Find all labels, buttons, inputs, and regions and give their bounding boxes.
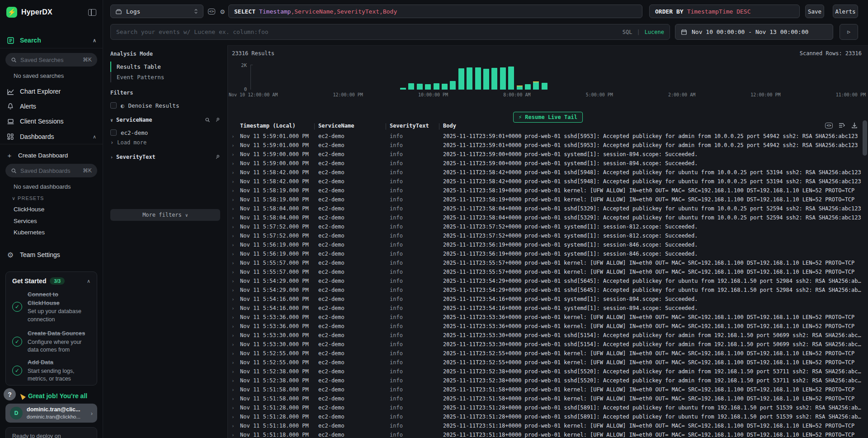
histogram-bar[interactable] bbox=[417, 84, 423, 90]
histogram-bar[interactable] bbox=[467, 67, 472, 90]
log-row[interactable]: ›Nov 11 5:58:04.000 PMec2-demoinfo2025-1… bbox=[228, 204, 862, 213]
log-row[interactable]: ›Nov 11 5:51:18.000 PMec2-demoinfo2025-1… bbox=[228, 430, 862, 438]
sidebar-collapse-icon[interactable] bbox=[88, 9, 96, 16]
saved-dashboards-input[interactable] bbox=[20, 167, 79, 174]
log-row[interactable]: ›Nov 11 5:56:19.000 PMec2-demoinfo2025-1… bbox=[228, 249, 862, 258]
preset-services[interactable]: Services bbox=[14, 218, 37, 224]
task-add-data[interactable]: ✓ Add Data Start sending logs, metrics, … bbox=[12, 358, 91, 383]
histogram-bar[interactable] bbox=[400, 88, 406, 90]
source-settings-button[interactable]: ⚙ bbox=[218, 7, 227, 16]
filter-group-severitytext[interactable]: › SeverityText bbox=[110, 153, 220, 161]
log-row[interactable]: ›Nov 11 5:53:30.000 PMec2-demoinfo2025-1… bbox=[228, 340, 862, 349]
log-row[interactable]: ›Nov 11 5:51:18.000 PMec2-demoinfo2025-1… bbox=[228, 421, 862, 430]
save-button[interactable]: Save bbox=[805, 5, 824, 18]
histogram-bar[interactable] bbox=[542, 83, 547, 90]
log-row[interactable]: ›Nov 11 5:52:38.000 PMec2-demoinfo2025-1… bbox=[228, 376, 862, 385]
log-row[interactable]: ›Nov 11 5:52:38.000 PMec2-demoinfo2025-1… bbox=[228, 367, 862, 376]
user-profile[interactable]: D dominic.tran@clic... dominic.tran@clic… bbox=[5, 404, 97, 423]
select-clause-input[interactable]: SELECT Timestamp,ServiceName,SeverityTex… bbox=[228, 5, 642, 18]
histogram-bar[interactable] bbox=[483, 69, 489, 90]
more-filters-button[interactable]: More filters ∨ bbox=[110, 209, 220, 221]
alerts-button[interactable]: Alerts bbox=[833, 5, 858, 18]
scrollbar-thumb[interactable] bbox=[863, 120, 867, 156]
col-servicename[interactable]: ServiceName bbox=[318, 123, 390, 129]
service-checkbox[interactable] bbox=[110, 129, 117, 136]
log-row[interactable]: ›Nov 11 5:57:52.000 PMec2-demoinfo2025-1… bbox=[228, 231, 862, 240]
view-source-button[interactable]: <> bbox=[825, 123, 833, 129]
log-row[interactable]: ›Nov 11 5:57:52.000 PMec2-demoinfo2025-1… bbox=[228, 222, 862, 231]
mode-results-table[interactable]: Results Table bbox=[110, 62, 164, 72]
log-row[interactable]: ›Nov 11 5:55:57.000 PMec2-demoinfo2025-1… bbox=[228, 267, 862, 276]
chevron-up-icon[interactable]: ∧ bbox=[93, 134, 96, 140]
histogram-bar[interactable] bbox=[442, 84, 448, 90]
histogram-bar[interactable] bbox=[500, 67, 506, 90]
preset-clickhouse[interactable]: ClickHouse bbox=[14, 206, 44, 213]
table-scrollbar[interactable] bbox=[863, 120, 867, 436]
filter-group-servicename[interactable]: ∨ ServiceName bbox=[110, 116, 220, 124]
log-row[interactable]: ›Nov 11 5:54:16.000 PMec2-demoinfo2025-1… bbox=[228, 295, 862, 304]
help-button[interactable]: ? bbox=[4, 388, 16, 400]
service-filter-ec2-demo[interactable]: ec2-demo bbox=[110, 129, 220, 137]
log-row[interactable]: ›Nov 11 5:59:01.000 PMec2-demoinfo2025-1… bbox=[228, 141, 862, 150]
sql-toggle[interactable]: SQL bbox=[623, 29, 632, 35]
saved-searches-search[interactable]: ⌘K bbox=[5, 53, 97, 67]
log-row[interactable]: ›Nov 11 5:51:58.000 PMec2-demoinfo2025-1… bbox=[228, 385, 862, 394]
log-row[interactable]: ›Nov 11 5:52:55.000 PMec2-demoinfo2025-1… bbox=[228, 358, 862, 367]
log-row[interactable]: ›Nov 11 5:58:19.000 PMec2-demoinfo2025-1… bbox=[228, 186, 862, 195]
event-search[interactable]: SQL | Lucene bbox=[110, 24, 670, 40]
log-row[interactable]: ›Nov 11 5:58:19.000 PMec2-demoinfo2025-1… bbox=[228, 195, 862, 204]
log-row[interactable]: ›Nov 11 5:51:28.000 PMec2-demoinfo2025-1… bbox=[228, 403, 862, 412]
task-create-data-sources[interactable]: ✓ Create Data Sources Configure where yo… bbox=[12, 329, 91, 354]
pin-icon[interactable] bbox=[214, 116, 222, 124]
log-row[interactable]: ›Nov 11 5:58:04.000 PMec2-demoinfo2025-1… bbox=[228, 213, 862, 222]
denoise-checkbox[interactable] bbox=[110, 102, 117, 109]
mode-event-patterns[interactable]: Event Patterns bbox=[111, 72, 164, 82]
log-row[interactable]: ›Nov 11 5:59:01.000 PMec2-demoinfo2025-1… bbox=[228, 132, 862, 141]
log-row[interactable]: ›Nov 11 5:54:29.000 PMec2-demoinfo2025-1… bbox=[228, 276, 862, 286]
sidebar-item-alerts[interactable]: Alerts bbox=[6, 101, 96, 112]
log-row[interactable]: ›Nov 11 5:51:58.000 PMec2-demoinfo2025-1… bbox=[228, 394, 862, 403]
chevron-up-icon[interactable]: ∧ bbox=[87, 278, 90, 284]
log-row[interactable]: ›Nov 11 5:53:36.000 PMec2-demoinfo2025-1… bbox=[228, 322, 862, 331]
log-row[interactable]: ›Nov 11 5:59:00.000 PMec2-demoinfo2025-1… bbox=[228, 150, 862, 159]
expand-rows-button[interactable] bbox=[838, 122, 845, 129]
presets-section[interactable]: ∨ PRESETS bbox=[12, 195, 44, 201]
histogram-bar[interactable] bbox=[517, 86, 523, 90]
lucene-toggle[interactable]: Lucene bbox=[645, 29, 664, 35]
log-row[interactable]: ›Nov 11 5:54:16.000 PMec2-demoinfo2025-1… bbox=[228, 304, 862, 313]
sidebar-item-client-sessions[interactable]: Client Sessions bbox=[6, 116, 96, 127]
log-row[interactable]: ›Nov 11 5:58:42.000 PMec2-demoinfo2025-1… bbox=[228, 177, 862, 186]
load-more-button[interactable]: › Load more bbox=[110, 139, 146, 146]
saved-searches-input[interactable] bbox=[20, 57, 79, 63]
log-row[interactable]: ›Nov 11 5:58:42.000 PMec2-demoinfo2025-1… bbox=[228, 168, 862, 177]
sidebar-item-search[interactable]: Search ∧ bbox=[6, 35, 96, 46]
col-severitytext[interactable]: SeverityText bbox=[390, 123, 443, 129]
histogram-bar[interactable] bbox=[458, 68, 464, 90]
source-select[interactable]: Logs bbox=[110, 5, 203, 18]
histogram-bar[interactable] bbox=[491, 68, 497, 90]
create-dashboard-button[interactable]: + Create Dashboard bbox=[6, 150, 96, 161]
time-range-picker[interactable]: Nov 10 00:00:00 - Nov 13 00:00:00 bbox=[675, 24, 833, 40]
saved-dashboards-search[interactable]: ⌘K bbox=[5, 164, 97, 177]
denoise-filter[interactable]: ◐ Denoise Results bbox=[110, 101, 220, 110]
sidebar-item-team-settings[interactable]: ⚙ Team Settings bbox=[6, 249, 96, 260]
histogram-bar[interactable] bbox=[475, 67, 481, 90]
col-timestamp[interactable]: Timestamp (Local) bbox=[240, 123, 318, 129]
log-row[interactable]: ›Nov 11 5:51:28.000 PMec2-demoinfo2025-1… bbox=[228, 412, 862, 421]
download-button[interactable] bbox=[851, 122, 858, 129]
log-row[interactable]: ›Nov 11 5:56:19.000 PMec2-demoinfo2025-1… bbox=[228, 240, 862, 249]
event-search-input[interactable] bbox=[116, 29, 618, 35]
histogram-bar[interactable] bbox=[408, 83, 414, 90]
chevron-up-icon[interactable]: ∧ bbox=[93, 38, 96, 43]
histogram-bar[interactable] bbox=[434, 83, 439, 90]
search-icon[interactable] bbox=[205, 117, 210, 123]
log-row[interactable]: ›Nov 11 5:53:30.000 PMec2-demoinfo2025-1… bbox=[228, 331, 862, 340]
log-row[interactable]: ›Nov 11 5:59:00.000 PMec2-demoinfo2025-1… bbox=[228, 159, 862, 168]
order-by-input[interactable]: ORDER BY TimestampTime DESC bbox=[649, 5, 800, 18]
preset-kubernetes[interactable]: Kubernetes bbox=[14, 229, 45, 236]
source-code-button[interactable]: <> bbox=[207, 7, 216, 16]
histogram-bar[interactable] bbox=[425, 84, 431, 90]
log-row[interactable]: ›Nov 11 5:52:55.000 PMec2-demoinfo2025-1… bbox=[228, 349, 862, 358]
run-query-button[interactable]: ▷ bbox=[840, 24, 858, 40]
log-row[interactable]: ›Nov 11 5:53:36.000 PMec2-demoinfo2025-1… bbox=[228, 313, 862, 322]
